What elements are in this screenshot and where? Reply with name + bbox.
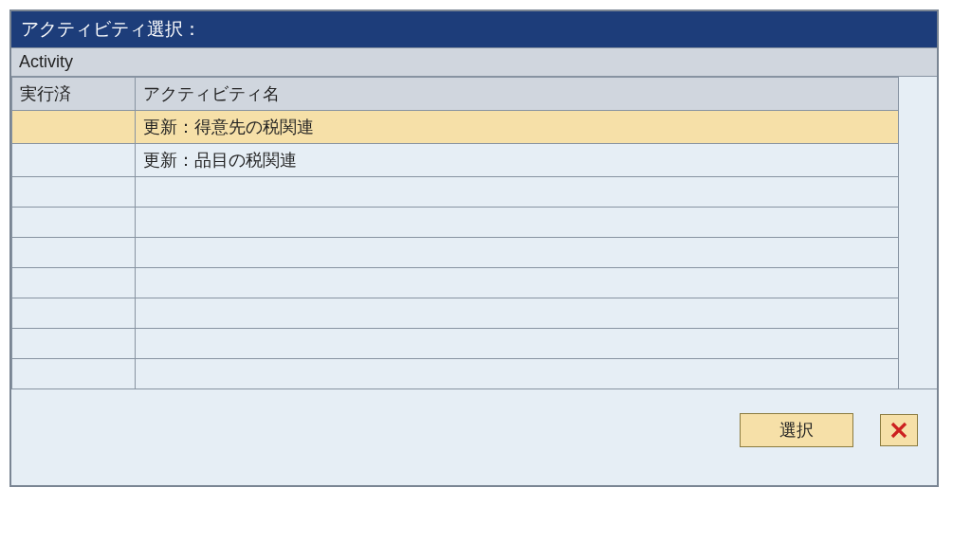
activity-table: 実行済 アクティビティ名 更新：得意先の税関連更新：品目の税関連 [11,77,899,389]
cell-name [136,238,899,268]
table-row[interactable] [12,298,899,329]
column-header-name[interactable]: アクティビティ名 [136,78,899,111]
cell-status [12,329,136,359]
cell-name [136,208,899,238]
activity-select-dialog: アクティビティ選択： Activity 実行済 アクティビティ名 更新：得意先の… [9,9,939,487]
button-bar: 選択 [11,389,937,485]
table-row[interactable] [12,208,899,238]
table-container: 実行済 アクティビティ名 更新：得意先の税関連更新：品目の税関連 [11,77,937,389]
dialog-title: アクティビティ選択： [11,11,937,47]
table-row[interactable] [12,177,899,208]
cell-status [12,359,136,389]
scrollbar-area[interactable] [899,77,937,389]
table-main: 実行済 アクティビティ名 更新：得意先の税関連更新：品目の税関連 [11,77,899,389]
cell-status [12,111,136,144]
table-row[interactable]: 更新：得意先の税関連 [12,111,899,144]
cell-status [12,238,136,268]
cell-name [136,177,899,208]
cell-name [136,359,899,389]
table-row[interactable] [12,329,899,359]
cell-name: 更新：品目の税関連 [136,144,899,177]
cell-status [12,268,136,298]
cell-status [12,144,136,177]
cell-name [136,329,899,359]
column-header-status[interactable]: 実行済 [12,78,136,111]
close-button[interactable] [880,414,918,446]
table-row[interactable] [12,359,899,389]
select-button[interactable]: 選択 [740,413,853,447]
cell-status [12,298,136,329]
cell-status [12,177,136,208]
cell-name [136,298,899,329]
group-label: Activity [11,47,937,77]
cell-name [136,268,899,298]
close-icon [889,421,908,440]
table-row[interactable]: 更新：品目の税関連 [12,144,899,177]
cell-status [12,208,136,238]
table-row[interactable] [12,238,899,268]
table-row[interactable] [12,268,899,298]
cell-name: 更新：得意先の税関連 [136,111,899,144]
